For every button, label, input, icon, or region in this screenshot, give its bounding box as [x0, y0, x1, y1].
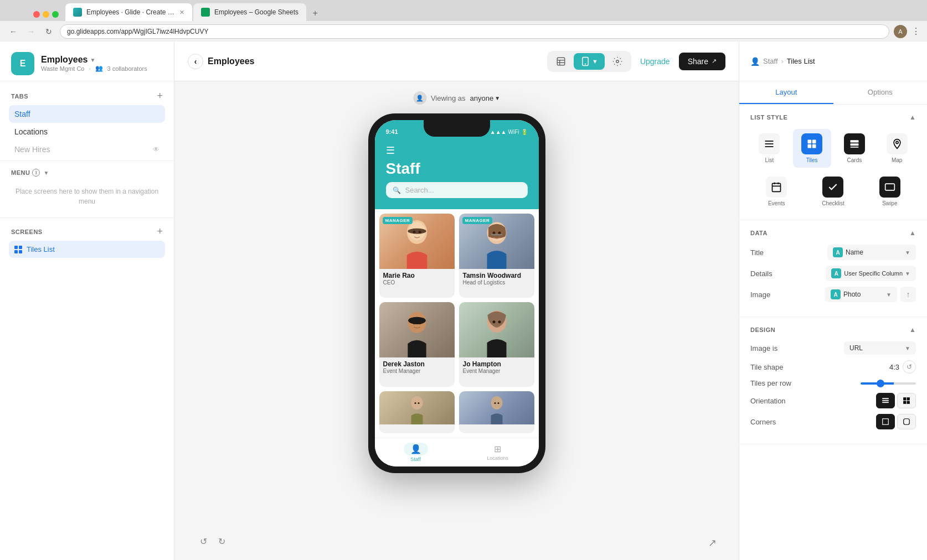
- tile-emp6[interactable]: [459, 391, 534, 433]
- battery-icon: 🔋: [521, 129, 528, 135]
- settings-view-btn[interactable]: [606, 53, 629, 70]
- new-tab-button[interactable]: +: [307, 6, 323, 21]
- browser-tabs: Employees · Glide · Create app... ✕ Empl…: [0, 0, 927, 21]
- list-style-section: LIST STYLE ▲ List Tiles: [739, 105, 927, 220]
- app-title-back[interactable]: ‹: [188, 54, 203, 69]
- app-name[interactable]: Employees ▼: [41, 55, 163, 65]
- screen-tiles-label: Tiles List: [27, 245, 55, 253]
- field-details-select[interactable]: A User Specific Column ▼: [826, 266, 916, 281]
- collaborators-icon: 👥: [95, 65, 103, 72]
- reload-button[interactable]: ↻: [42, 25, 55, 38]
- search-icon-phone: 🔍: [393, 186, 401, 194]
- orientation-list-btn[interactable]: [876, 393, 895, 408]
- svg-rect-41: [772, 183, 781, 191]
- tab-new-hires[interactable]: New Hires 👁: [9, 141, 165, 158]
- image-is-label: Image is: [750, 344, 777, 352]
- add-tab-button[interactable]: +: [157, 90, 163, 102]
- orientation-label: Orientation: [750, 397, 786, 405]
- tab-locations[interactable]: Locations: [9, 123, 165, 141]
- field-title-label: Title: [750, 248, 789, 257]
- data-section-title: DATA: [750, 230, 768, 236]
- tile-derek[interactable]: Derek Jaston Event Manager: [379, 302, 455, 386]
- upload-image-btn[interactable]: ↑: [900, 287, 916, 302]
- viewer-select[interactable]: anyone ▼: [470, 94, 501, 102]
- svg-point-24: [411, 396, 423, 409]
- breadcrumb: 👤 Staff › Tiles List: [750, 57, 815, 66]
- tile-shape-refresh[interactable]: ↺: [903, 360, 916, 374]
- orientation-grid-btn[interactable]: [897, 393, 916, 408]
- style-checklist[interactable]: Checklist: [807, 172, 859, 211]
- status-time: 9:41: [386, 128, 398, 135]
- image-is-value: URL: [849, 344, 863, 352]
- undo-button[interactable]: ↺: [197, 534, 210, 549]
- nav-staff[interactable]: 👤 Staff: [375, 440, 457, 464]
- hamburger-menu[interactable]: ☰: [386, 144, 528, 157]
- tab-2[interactable]: Employees – Google Sheets: [193, 3, 306, 21]
- field-image-select[interactable]: A Photo ▼: [825, 287, 897, 302]
- style-swipe[interactable]: Swipe: [864, 172, 916, 211]
- tile-tamsin[interactable]: MANAGER Tamsin Woodward Head of Logistic…: [459, 214, 534, 298]
- tiles-per-row-slider[interactable]: [861, 382, 916, 385]
- close-window-btn[interactable]: [33, 11, 40, 18]
- svg-rect-46: [882, 398, 889, 399]
- phone-search-bar[interactable]: 🔍 Search...: [386, 182, 528, 198]
- field-a-badge: A: [833, 247, 843, 257]
- corners-round-btn[interactable]: [897, 414, 916, 429]
- style-map[interactable]: Map: [878, 129, 916, 168]
- staff-nav-icon: 👤: [410, 444, 421, 454]
- tile-emp5[interactable]: [379, 391, 455, 433]
- tab-options[interactable]: Options: [833, 81, 928, 104]
- design-expand[interactable]: ▲: [909, 326, 916, 334]
- tile-shape-value-container: 4:3 ↺: [889, 360, 916, 374]
- profile-avatar[interactable]: A: [894, 25, 907, 38]
- field-image-controls: A Photo ▼ ↑: [825, 287, 916, 302]
- sidebar: E Employees ▼ Waste Mgmt Co · 👥 3 collab…: [0, 42, 174, 560]
- tabs-section-title: TABS: [11, 93, 28, 100]
- tile-jo[interactable]: Jo Hampton Event Manager: [459, 302, 534, 386]
- data-expand[interactable]: ▲: [909, 229, 916, 237]
- style-list[interactable]: List: [750, 129, 789, 168]
- phone-screen-title: Staff: [386, 160, 528, 178]
- app-name-chevron: ▼: [90, 57, 95, 63]
- tab-layout[interactable]: Layout: [739, 81, 833, 104]
- tile-jo-role: Event Manager: [463, 368, 531, 374]
- browser-menu-button[interactable]: ⋮: [911, 26, 920, 37]
- tile-jo-photo: [459, 302, 534, 357]
- maximize-btn[interactable]: [52, 11, 59, 18]
- field-title-select[interactable]: A Name ▼: [827, 245, 916, 260]
- svg-point-20: [418, 322, 421, 324]
- tile-emp6-photo: [459, 391, 534, 424]
- tab1-close[interactable]: ✕: [179, 9, 184, 16]
- table-view-btn[interactable]: [549, 53, 573, 70]
- redo-button[interactable]: ↻: [215, 534, 229, 549]
- upgrade-button[interactable]: Upgrade: [640, 57, 670, 66]
- url-bar[interactable]: go.glideapps.com/app/WgjIGL7iwz4lHdvpCUV…: [60, 24, 889, 39]
- style-events[interactable]: Events: [750, 172, 802, 211]
- tab-new-hires-label: New Hires: [14, 145, 50, 154]
- forward-button[interactable]: →: [24, 25, 38, 38]
- phone-view-btn[interactable]: ▼: [574, 53, 605, 70]
- back-button[interactable]: ←: [7, 25, 20, 38]
- list-style-icon: [759, 133, 780, 154]
- style-tiles[interactable]: Tiles: [793, 129, 831, 168]
- field-title-chevron: ▼: [905, 250, 910, 256]
- tab-staff[interactable]: Staff: [9, 105, 165, 123]
- screen-tiles-list[interactable]: Tiles List: [9, 241, 165, 258]
- nav-locations[interactable]: ⊞ Locations: [457, 440, 539, 464]
- breadcrumb-parent-link[interactable]: Staff: [763, 57, 778, 65]
- tile-tamsin-name: Tamsin Woodward: [463, 272, 531, 279]
- tile-shape-label: Tile shape: [750, 363, 784, 371]
- phone-notch: [424, 120, 490, 137]
- tile-marie[interactable]: MANAGER Marie Rao CEO: [379, 214, 455, 298]
- field-details-value: User Specific Column: [844, 270, 903, 277]
- share-button[interactable]: Share ↗: [679, 53, 725, 70]
- design-section-header: DESIGN ▲: [750, 326, 916, 334]
- svg-rect-0: [557, 58, 565, 65]
- tab-1[interactable]: Employees · Glide · Create app... ✕: [65, 3, 192, 21]
- minimize-btn[interactable]: [43, 11, 49, 18]
- list-style-expand[interactable]: ▲: [909, 113, 916, 121]
- corners-square-btn[interactable]: [876, 414, 895, 429]
- image-is-select[interactable]: URL ▼: [844, 341, 916, 355]
- style-cards[interactable]: Cards: [836, 129, 874, 168]
- add-screen-button[interactable]: +: [157, 226, 163, 237]
